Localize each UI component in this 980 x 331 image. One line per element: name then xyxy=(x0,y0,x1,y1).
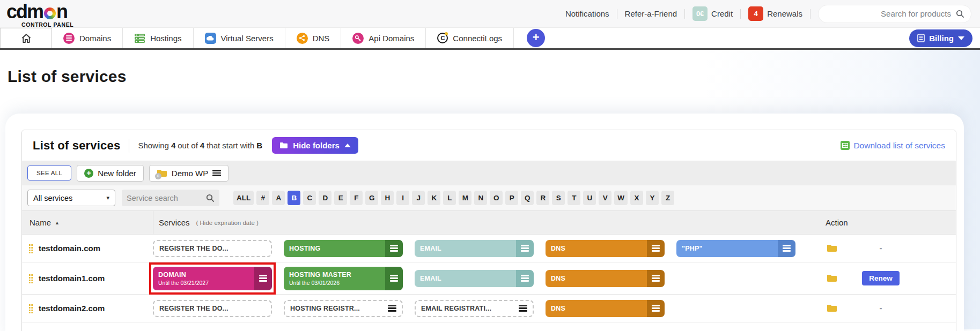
letter-chip-a[interactable]: A xyxy=(272,191,285,205)
renewals-link[interactable]: 4 Renewals xyxy=(748,6,802,21)
letter-chip-w[interactable]: W xyxy=(614,191,628,205)
service-badge-dns[interactable]: DNS xyxy=(546,270,665,287)
add-service-button[interactable]: + xyxy=(527,29,545,47)
domain-name[interactable]: testdomain.com xyxy=(39,244,100,253)
search-icon[interactable] xyxy=(956,10,964,18)
letter-chip-h[interactable]: H xyxy=(381,191,394,205)
plus-icon: + xyxy=(84,169,93,178)
nav-item-api-domains[interactable]: Api Domains xyxy=(341,28,426,48)
cdmon-logo[interactable]: cdm n CONTROL PANEL xyxy=(6,2,73,28)
letter-chip-e[interactable]: E xyxy=(334,191,347,205)
drag-handle-icon[interactable] xyxy=(28,244,33,253)
hide-expiration-toggle[interactable]: ( Hide expiration date ) xyxy=(196,220,259,226)
action-value: - xyxy=(862,244,900,253)
letter-chip-r[interactable]: R xyxy=(536,191,549,205)
nav-item-virtual-servers[interactable]: Virtual Servers xyxy=(194,28,285,48)
service-badge-email[interactable]: EMAIL xyxy=(415,240,534,257)
notifications-link[interactable]: Notifications xyxy=(565,9,609,18)
service-badge-dns[interactable]: DNS xyxy=(546,240,665,257)
badge-menu-icon[interactable] xyxy=(516,270,534,287)
letter-chip-d[interactable]: D xyxy=(319,191,331,205)
letter-chip-i[interactable]: I xyxy=(396,191,409,205)
letter-chip-q[interactable]: Q xyxy=(521,191,534,205)
domain-name[interactable]: testdomain1.com xyxy=(39,274,105,283)
letter-chip-k[interactable]: K xyxy=(428,191,440,205)
service-search-input[interactable] xyxy=(127,194,204,202)
nav-home-tab[interactable] xyxy=(0,28,52,48)
badge-menu-icon[interactable] xyxy=(519,305,527,312)
table-row: testdomain2.com REGISTER THE DO... HOSTI… xyxy=(22,294,956,322)
credit-link[interactable]: 0€ Credit xyxy=(692,6,733,21)
new-folder-label: New folder xyxy=(98,169,136,178)
letter-chip-all[interactable]: ALL xyxy=(233,191,254,205)
badge-menu-icon[interactable] xyxy=(385,240,403,257)
letter-chip-#[interactable]: # xyxy=(256,191,269,205)
letter-chip-p[interactable]: P xyxy=(505,191,518,205)
badge-menu-icon[interactable] xyxy=(647,300,665,317)
new-folder-button[interactable]: + New folder xyxy=(77,165,144,182)
letter-chip-x[interactable]: X xyxy=(630,191,643,205)
dns-icon xyxy=(297,33,308,44)
badge-menu-icon[interactable] xyxy=(385,267,403,290)
letter-chip-o[interactable]: O xyxy=(490,191,503,205)
letter-chip-n[interactable]: N xyxy=(474,191,487,205)
nav-label: Virtual Servers xyxy=(221,34,274,43)
sort-asc-icon[interactable]: ▲ xyxy=(55,220,60,225)
folder-icon xyxy=(279,142,288,149)
search-icon[interactable] xyxy=(206,194,215,202)
letter-chip-y[interactable]: Y xyxy=(646,191,659,205)
hide-folders-button[interactable]: Hide folders xyxy=(272,137,358,154)
renew-button[interactable]: Renew xyxy=(862,271,900,285)
letter-chip-l[interactable]: L xyxy=(443,191,456,205)
badge-menu-icon[interactable] xyxy=(388,305,396,312)
letter-chip-g[interactable]: G xyxy=(365,191,378,205)
service-type-select[interactable]: All services ▾ xyxy=(27,190,115,206)
service-badge-php[interactable]: "PHP" xyxy=(676,240,795,257)
folder-menu-icon[interactable] xyxy=(212,170,221,176)
service-badge-domain-highlighted[interactable]: DOMAIN Until the 03/21/2027 xyxy=(153,267,272,290)
move-to-folder-icon[interactable] xyxy=(827,304,837,312)
nav-item-hostings[interactable]: Hostings xyxy=(123,28,193,48)
service-badge-dns[interactable]: DNS xyxy=(546,300,665,317)
see-all-button[interactable]: SEE ALL xyxy=(27,166,71,180)
badge-menu-icon[interactable] xyxy=(778,240,795,257)
nav-item-domains[interactable]: Domains xyxy=(52,28,123,48)
refer-a-friend-link[interactable]: Refer-a-Friend xyxy=(625,9,677,18)
badge-menu-icon[interactable] xyxy=(254,267,272,290)
letter-chip-v[interactable]: V xyxy=(599,191,611,205)
domain-name[interactable]: testdomain2.com xyxy=(39,304,105,313)
letter-chip-u[interactable]: U xyxy=(583,191,596,205)
letter-chip-j[interactable]: J xyxy=(412,191,425,205)
divider xyxy=(617,9,617,19)
letter-chip-b[interactable]: B xyxy=(288,191,300,205)
letter-chip-c[interactable]: C xyxy=(303,191,316,205)
badge-menu-icon[interactable] xyxy=(647,240,665,257)
badge-menu-icon[interactable] xyxy=(516,240,534,257)
folder-demo-wp-button[interactable]: 0 Demo WP xyxy=(149,165,229,182)
product-search-input[interactable] xyxy=(826,9,951,18)
move-to-folder-icon[interactable] xyxy=(827,244,837,252)
drag-handle-icon[interactable] xyxy=(28,274,33,283)
download-list-link[interactable]: Download list of services xyxy=(841,141,949,151)
hostings-icon xyxy=(134,33,145,43)
service-badge-hosting-register[interactable]: HOSTING REGISTR... xyxy=(284,300,403,317)
virtual-servers-icon xyxy=(205,33,216,44)
letter-chip-z[interactable]: Z xyxy=(661,191,674,205)
service-badge-email[interactable]: EMAIL xyxy=(415,270,534,287)
service-badge-hosting-master[interactable]: HOSTING MASTER Until the 03/01/2026 xyxy=(284,267,403,290)
badge-menu-icon[interactable] xyxy=(647,270,665,287)
service-badge-hosting[interactable]: HOSTING xyxy=(284,240,403,257)
letter-chip-m[interactable]: M xyxy=(459,191,471,205)
nav-item-dns[interactable]: DNS xyxy=(285,28,342,48)
letter-chip-t[interactable]: T xyxy=(568,191,580,205)
move-to-folder-icon[interactable] xyxy=(827,274,837,282)
nav-item-connectilogs[interactable]: C ConnectiLogs xyxy=(426,28,514,48)
name-column-header[interactable]: Name xyxy=(30,218,51,227)
letter-chip-f[interactable]: F xyxy=(350,191,363,205)
service-badge-email-register[interactable]: EMAIL REGISTRATI... xyxy=(415,300,534,317)
billing-button[interactable]: Billing xyxy=(909,29,972,47)
drag-handle-icon[interactable] xyxy=(28,304,33,313)
service-badge-register-domain[interactable]: REGISTER THE DO... xyxy=(153,300,272,317)
service-badge-register-domain[interactable]: REGISTER THE DO... xyxy=(153,240,272,257)
letter-chip-s[interactable]: S xyxy=(552,191,565,205)
